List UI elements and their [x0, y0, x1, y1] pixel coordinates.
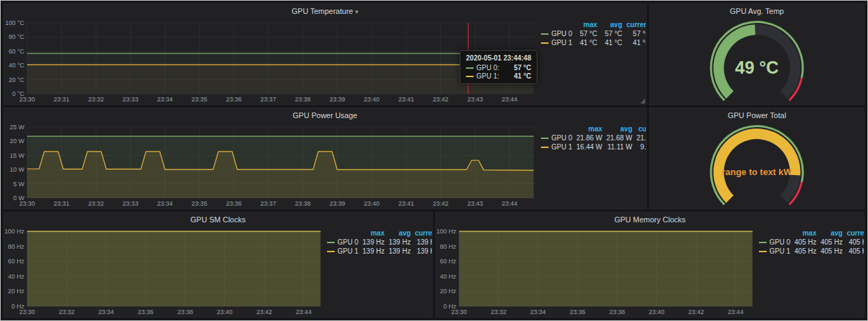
- svg-text:23:40: 23:40: [649, 308, 665, 315]
- chevron-down-icon: ▾: [355, 8, 358, 15]
- gpu-avg-temp-body: 49 °C: [650, 18, 864, 104]
- series-swatch-icon: [759, 251, 767, 252]
- legend-header-current[interactable]: current: [844, 229, 864, 238]
- svg-text:100 Hz: 100 Hz: [436, 228, 456, 235]
- chart-svg[interactable]: 0 Hz20 Hz40 Hz60 Hz80 Hz100 Hz23:3023:32…: [436, 227, 757, 317]
- panel-title-gpu-avg-temp[interactable]: GPU Avg. Temp: [650, 4, 864, 18]
- svg-text:20 Hz: 20 Hz: [440, 288, 456, 295]
- svg-text:23:30: 23:30: [451, 308, 467, 315]
- legend-header-current[interactable]: current: [635, 124, 646, 133]
- legend-header-avg[interactable]: avg: [604, 124, 634, 133]
- legend-table: maxavgcurrentGPU 021.86 W21.68 W21.77 WG…: [539, 124, 646, 151]
- legend-row[interactable]: GPU 141 °C41 °C41 °C: [539, 38, 646, 47]
- legend-row[interactable]: GPU 1139 Hz139 Hz139 Hz: [325, 247, 432, 256]
- svg-text:23:37: 23:37: [260, 96, 276, 103]
- gpu-power-usage-chart[interactable]: 0 W5 W10 W15 W20 W25 W23:3023:3123:3223:…: [4, 122, 539, 208]
- series-swatch-icon: [327, 251, 335, 252]
- gpu-power-total-body: range to text kW: [650, 122, 864, 208]
- svg-text:23:34: 23:34: [531, 308, 546, 315]
- svg-text:23:44: 23:44: [502, 96, 518, 103]
- panel-gpu-power-total: GPU Power Total range to text kW: [649, 108, 865, 209]
- panel-title-gpu-power-usage[interactable]: GPU Power Usage: [4, 108, 646, 122]
- svg-text:23:44: 23:44: [502, 200, 518, 207]
- legend-header-avg[interactable]: avg: [819, 229, 845, 238]
- svg-text:23:43: 23:43: [467, 200, 483, 207]
- series-swatch-icon: [541, 42, 549, 44]
- svg-text:60 Hz: 60 Hz: [8, 258, 24, 265]
- legend-header-row: maxavgcurrent: [325, 229, 432, 238]
- svg-text:23:32: 23:32: [88, 200, 104, 207]
- panel-resize-handle[interactable]: [640, 99, 645, 104]
- gpu-sm-clocks-chart[interactable]: 0 Hz20 Hz40 Hz60 Hz80 Hz100 Hz23:3023:32…: [4, 227, 325, 317]
- panel-gpu-sm-clocks: GPU SM Clocks 0 Hz20 Hz40 Hz60 Hz80 Hz10…: [3, 212, 433, 318]
- chart-svg[interactable]: 0 W5 W10 W15 W20 W25 W23:3023:3123:3223:…: [4, 122, 539, 208]
- gpu-temperature-chart[interactable]: 0 °C20 °C40 °C60 °C80 °C100 °C23:3023:31…: [4, 18, 539, 104]
- legend-header-max[interactable]: max: [574, 20, 599, 29]
- svg-text:23:40: 23:40: [217, 308, 233, 315]
- legend-header-max[interactable]: max: [360, 229, 387, 238]
- svg-text:23:30: 23:30: [19, 308, 35, 315]
- legend-header-current[interactable]: current: [412, 229, 432, 238]
- svg-text:15 W: 15 W: [10, 152, 25, 159]
- svg-text:23:31: 23:31: [53, 96, 69, 103]
- panel-title-gpu-sm-clocks[interactable]: GPU SM Clocks: [4, 213, 432, 227]
- svg-text:5 W: 5 W: [13, 181, 25, 188]
- gpu-memory-clocks-chart[interactable]: 0 Hz20 Hz40 Hz60 Hz80 Hz100 Hz23:3023:32…: [436, 227, 757, 317]
- svg-text:23:33: 23:33: [123, 200, 139, 207]
- gpu-power-total-gauge: range to text kW: [650, 122, 864, 208]
- legend-table: maxavgcurrentGPU 0139 Hz139 Hz139 HzGPU …: [325, 229, 432, 256]
- svg-text:23:34: 23:34: [157, 96, 173, 103]
- svg-text:60 °C: 60 °C: [8, 48, 24, 55]
- legend-row[interactable]: GPU 1405 Hz405 Hz405 Hz: [757, 247, 864, 256]
- legend-header-max[interactable]: max: [792, 229, 819, 238]
- gauge-svg: 49 °C: [650, 18, 864, 104]
- svg-text:23:37: 23:37: [260, 200, 276, 207]
- svg-text:23:42: 23:42: [688, 308, 704, 315]
- svg-text:23:40: 23:40: [364, 200, 380, 207]
- legend-header-row: maxavgcurrent: [539, 20, 646, 29]
- panel-title-gpu-memory-clocks[interactable]: GPU Memory Clocks: [436, 213, 864, 227]
- legend-row[interactable]: GPU 021.86 W21.68 W21.77 W: [539, 133, 646, 142]
- legend-header-avg[interactable]: avg: [387, 229, 413, 238]
- legend-header-avg[interactable]: avg: [599, 20, 624, 29]
- gpu-temperature-body: 0 °C20 °C40 °C60 °C80 °C100 °C23:3023:31…: [4, 18, 646, 104]
- svg-text:23:34: 23:34: [99, 308, 115, 315]
- panel-title-gpu-power-total[interactable]: GPU Power Total: [650, 108, 864, 122]
- series-swatch-icon: [541, 33, 549, 35]
- gpu-sm-clocks-body: 0 Hz20 Hz40 Hz60 Hz80 Hz100 Hz23:3023:32…: [4, 227, 432, 317]
- svg-text:23:31: 23:31: [53, 200, 69, 207]
- grafana-dashboard: GPU Temperature ▾ 0 °C20 °C40 °C60 °C80 …: [3, 3, 865, 318]
- legend-header-current[interactable]: current: [624, 20, 646, 29]
- svg-text:23:41: 23:41: [399, 96, 415, 103]
- svg-text:60 Hz: 60 Hz: [440, 258, 456, 265]
- legend-row[interactable]: GPU 0405 Hz405 Hz405 Hz: [757, 238, 864, 247]
- tooltip-row: GPU 0: 57 °C: [466, 64, 531, 72]
- svg-text:23:38: 23:38: [609, 308, 625, 315]
- svg-text:80 °C: 80 °C: [8, 33, 24, 40]
- chart-svg[interactable]: 0 Hz20 Hz40 Hz60 Hz80 Hz100 Hz23:3023:32…: [4, 227, 325, 317]
- panel-title-gpu-temperature[interactable]: GPU Temperature ▾: [4, 4, 646, 18]
- svg-text:23:36: 23:36: [569, 308, 585, 315]
- legend-row[interactable]: GPU 116.44 W11.11 W9.76 W: [539, 142, 646, 151]
- legend-header-max[interactable]: max: [574, 124, 604, 133]
- svg-text:23:30: 23:30: [19, 96, 35, 103]
- svg-text:80 Hz: 80 Hz: [440, 243, 456, 250]
- svg-text:23:42: 23:42: [433, 200, 449, 207]
- svg-text:23:42: 23:42: [433, 96, 449, 103]
- legend-row[interactable]: GPU 0139 Hz139 Hz139 Hz: [325, 238, 432, 247]
- svg-text:23:38: 23:38: [295, 96, 311, 103]
- panel-title-text: GPU Power Total: [728, 111, 786, 120]
- svg-text:80 Hz: 80 Hz: [8, 243, 24, 250]
- panel-gpu-power-usage: GPU Power Usage 0 W5 W10 W15 W20 W25 W23…: [3, 108, 646, 209]
- legend-table: maxavgcurrentGPU 0405 Hz405 Hz405 HzGPU …: [757, 229, 864, 256]
- graph-tooltip: 2020-05-01 23:44:48 GPU 0: 57 °C GPU 1: …: [460, 50, 537, 84]
- svg-text:20 W: 20 W: [10, 138, 25, 145]
- svg-text:23:44: 23:44: [296, 308, 312, 315]
- chart-svg[interactable]: 0 °C20 °C40 °C60 °C80 °C100 °C23:3023:31…: [4, 18, 539, 104]
- legend-row[interactable]: GPU 057 °C57 °C57 °C: [539, 29, 646, 38]
- legend-header-row: maxavgcurrent: [757, 229, 864, 238]
- series-swatch-icon: [466, 76, 474, 77]
- svg-text:23:38: 23:38: [295, 200, 311, 207]
- gpu-memory-clocks-body: 0 Hz20 Hz40 Hz60 Hz80 Hz100 Hz23:3023:32…: [436, 227, 864, 317]
- panel-gpu-temperature: GPU Temperature ▾ 0 °C20 °C40 °C60 °C80 …: [3, 3, 646, 105]
